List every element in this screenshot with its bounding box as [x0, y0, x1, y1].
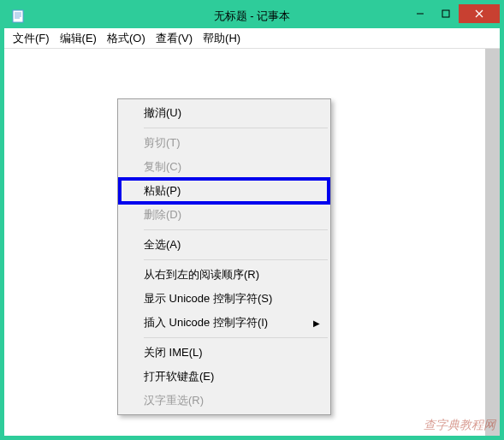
window-controls [407, 4, 500, 23]
separator [144, 259, 328, 260]
ctx-cut: 剪切(T) [120, 131, 329, 155]
menu-format[interactable]: 格式(O) [102, 29, 151, 48]
titlebar[interactable]: 无标题 - 记事本 [4, 4, 500, 28]
ctx-rtl-reading[interactable]: 从右到左的阅读顺序(R) [120, 263, 329, 287]
ctx-paste[interactable]: 粘贴(P) [120, 179, 329, 203]
menubar: 文件(F) 编辑(E) 格式(O) 查看(V) 帮助(H) [4, 28, 500, 49]
vertical-scrollbar[interactable] [485, 49, 500, 436]
ctx-open-soft-keyboard[interactable]: 打开软键盘(E) [120, 365, 329, 389]
app-window: 无标题 - 记事本 文件(F) 编辑(E) 格式(O) 查看(V) 帮助(H) … [4, 4, 500, 436]
scrollbar-thumb[interactable] [485, 49, 500, 436]
menu-file[interactable]: 文件(F) [8, 29, 55, 48]
maximize-button[interactable] [433, 4, 459, 23]
menu-edit[interactable]: 编辑(E) [55, 29, 102, 48]
separator [144, 229, 328, 230]
context-menu: 撤消(U) 剪切(T) 复制(C) 粘贴(P) 删除(D) 全选(A) 从右到左… [117, 98, 331, 415]
ctx-undo[interactable]: 撤消(U) [120, 101, 329, 125]
ctx-reconversion: 汉字重选(R) [120, 389, 329, 413]
ctx-copy: 复制(C) [120, 155, 329, 179]
app-icon [11, 9, 25, 23]
ctx-select-all[interactable]: 全选(A) [120, 233, 329, 257]
menu-view[interactable]: 查看(V) [151, 29, 198, 48]
ctx-insert-unicode[interactable]: 插入 Unicode 控制字符(I) ▶ [120, 311, 329, 335]
submenu-arrow-icon: ▶ [313, 318, 320, 328]
minimize-button[interactable] [407, 4, 433, 23]
separator [144, 128, 328, 128]
ctx-insert-unicode-label: 插入 Unicode 控制字符(I) [144, 315, 268, 330]
close-button[interactable] [459, 4, 500, 23]
svg-rect-6 [442, 10, 449, 17]
menu-help[interactable]: 帮助(H) [198, 29, 246, 48]
ctx-show-unicode[interactable]: 显示 Unicode 控制字符(S) [120, 287, 329, 311]
ctx-close-ime[interactable]: 关闭 IME(L) [120, 341, 329, 365]
window-title: 无标题 - 记事本 [214, 9, 291, 24]
separator [144, 337, 328, 338]
ctx-delete: 删除(D) [120, 203, 329, 227]
